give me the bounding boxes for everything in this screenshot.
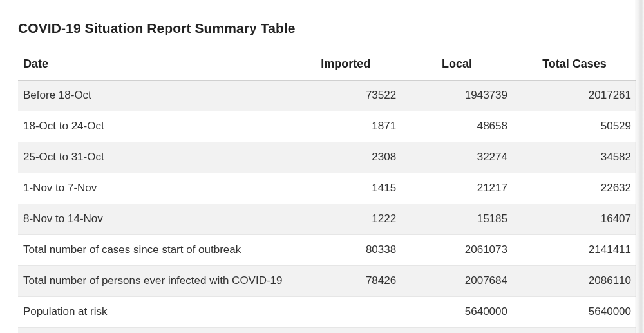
cell-imported	[290, 327, 401, 333]
table-row: Total number of persons ever infected wi…	[18, 265, 636, 296]
cell-local: 5640000	[401, 296, 513, 327]
table-header-row: Date Imported Local Total Cases	[18, 48, 636, 81]
cell-total: 34582	[513, 142, 636, 173]
page: COVID-19 Situation Report Summary Table …	[0, 0, 644, 333]
cell-imported: 1415	[290, 173, 401, 204]
cell-date: Total number of persons ever infected wi…	[18, 265, 290, 296]
col-header-date: Date	[18, 48, 290, 81]
summary-table: Date Imported Local Total Cases Before 1…	[18, 48, 636, 333]
table-header: Date Imported Local Total Cases	[18, 48, 636, 81]
cell-date: Prevalence	[18, 327, 290, 333]
table-row: Before 18-Oct 73522 1943739 2017261	[18, 81, 636, 111]
cell-total: 2017261	[513, 81, 636, 111]
cell-local: 15185	[401, 204, 513, 234]
cell-imported: 1222	[290, 204, 401, 234]
cell-date: 8-Nov to 14-Nov	[18, 204, 290, 234]
table-row: 18-Oct to 24-Oct 1871 48658 50529	[18, 111, 636, 142]
content-area: COVID-19 Situation Report Summary Table …	[0, 0, 644, 333]
cell-imported: 73522	[290, 81, 401, 111]
cell-local: 1943739	[401, 81, 513, 111]
cell-local: 32274	[401, 142, 513, 173]
col-header-imported: Imported	[290, 48, 401, 81]
cell-total: 50529	[513, 111, 636, 142]
table-row: 8-Nov to 14-Nov 1222 15185 16407	[18, 204, 636, 234]
cell-date: 25-Oct to 31-Oct	[18, 142, 290, 173]
table-row: Total number of cases since start of out…	[18, 234, 636, 265]
cell-imported: 2308	[290, 142, 401, 173]
cell-imported	[290, 296, 401, 327]
cell-total: 22632	[513, 173, 636, 204]
cell-date: 1-Nov to 7-Nov	[18, 173, 290, 204]
cell-date: Before 18-Oct	[18, 81, 290, 111]
cell-imported: 78426	[290, 265, 401, 296]
table-row: 1-Nov to 7-Nov 1415 21217 22632	[18, 173, 636, 204]
cell-date: Population at risk	[18, 296, 290, 327]
table-row: Prevalence 35.6% 37%	[18, 327, 636, 333]
cell-total: 37%	[513, 327, 636, 333]
cell-total: 2086110	[513, 265, 636, 296]
page-title: COVID-19 Situation Report Summary Table	[18, 21, 636, 36]
col-header-total: Total Cases	[513, 48, 636, 81]
cell-date: Total number of cases since start of out…	[18, 234, 290, 265]
table-body: Before 18-Oct 73522 1943739 2017261 18-O…	[18, 81, 636, 334]
cell-local: 48658	[401, 111, 513, 142]
cell-total: 16407	[513, 204, 636, 234]
title-divider	[18, 43, 636, 43]
table-row: Population at risk 5640000 5640000	[18, 296, 636, 327]
cell-local: 21217	[401, 173, 513, 204]
col-header-local: Local	[401, 48, 513, 81]
cell-total: 5640000	[513, 296, 636, 327]
cell-total: 2141411	[513, 234, 636, 265]
table-row: 25-Oct to 31-Oct 2308 32274 34582	[18, 142, 636, 173]
cell-date: 18-Oct to 24-Oct	[18, 111, 290, 142]
cell-local: 2007684	[401, 265, 513, 296]
cell-local: 35.6%	[401, 327, 513, 333]
cell-imported: 80338	[290, 234, 401, 265]
cell-local: 2061073	[401, 234, 513, 265]
cell-imported: 1871	[290, 111, 401, 142]
